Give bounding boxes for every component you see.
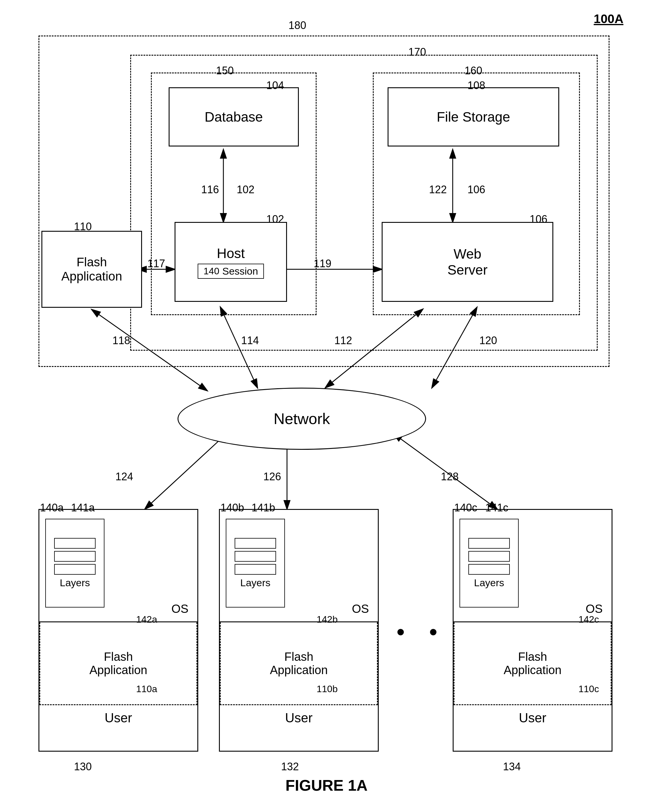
user-a-label: User xyxy=(105,710,132,725)
os-b-label: OS xyxy=(352,602,369,615)
os-c-label: OS xyxy=(586,602,603,615)
svg-line-10 xyxy=(145,438,222,509)
ref-150: 150 xyxy=(216,64,234,77)
ref-142c: 142c xyxy=(578,614,599,625)
ref-140a: 140a xyxy=(40,502,64,514)
file-storage-box: File Storage xyxy=(388,87,559,147)
ref-160: 160 xyxy=(465,64,482,77)
ref-141b: 141b xyxy=(252,502,275,514)
session-label: Session xyxy=(222,266,258,277)
ref-104: 104 xyxy=(266,79,284,92)
flash-app-c-label: FlashApplication xyxy=(503,650,561,677)
ref-117: 117 xyxy=(147,258,165,270)
ref-108: 108 xyxy=(467,79,485,92)
ref-106b: 106 xyxy=(529,213,548,226)
ref-110: 110 xyxy=(74,220,92,233)
web-server-label: WebServer xyxy=(447,246,487,278)
client-b-outer-box: Layers OS FlashApplication User xyxy=(219,509,379,752)
user-c-label: User xyxy=(519,710,546,725)
ref-102b: 102 xyxy=(266,213,284,226)
ref-132: 132 xyxy=(281,760,299,773)
ref-130: 130 xyxy=(74,760,92,773)
os-a-label: OS xyxy=(171,602,188,615)
ref-124: 124 xyxy=(115,470,133,483)
layers-b-label: Layers xyxy=(240,577,270,589)
ref-180: 180 xyxy=(288,19,306,32)
network-ellipse: Network xyxy=(177,388,426,450)
diagram-container: 100A xyxy=(0,0,653,812)
flash-app-main-box: FlashApplication xyxy=(41,231,142,308)
flash-app-main-label: FlashApplication xyxy=(61,255,122,284)
ref-170: 170 xyxy=(408,46,426,58)
session-ref: 140 xyxy=(204,266,219,277)
layers-c-label: Layers xyxy=(474,577,504,589)
ref-110a: 110a xyxy=(136,684,157,694)
ref-120: 120 xyxy=(479,334,497,347)
ref-119: 119 xyxy=(314,258,331,270)
ref-140b: 140b xyxy=(220,502,244,514)
ref-134: 134 xyxy=(503,760,521,773)
ref-122: 122 xyxy=(429,183,447,196)
flash-app-b-label: FlashApplication xyxy=(270,650,328,677)
ref-106: 106 xyxy=(467,183,485,196)
figure-caption: FIGURE 1A xyxy=(285,777,368,794)
ref-118: 118 xyxy=(113,334,130,347)
ref-110c: 110c xyxy=(578,684,599,694)
ref-142a: 142a xyxy=(136,614,157,625)
ref-112: 112 xyxy=(334,334,352,347)
ref-140c: 140c xyxy=(454,502,477,514)
ref-110b: 110b xyxy=(317,684,337,694)
figure-label: 100A xyxy=(594,12,623,26)
ref-116: 116 xyxy=(201,183,219,196)
ref-141c: 141c xyxy=(485,502,508,514)
network-label: Network xyxy=(274,410,330,427)
ref-114: 114 xyxy=(241,334,259,347)
ref-142b: 142b xyxy=(317,614,337,625)
ref-128: 128 xyxy=(441,470,459,483)
client-a-outer-box: Layers OS FlashApplication User xyxy=(38,509,198,752)
user-b-label: User xyxy=(285,710,313,725)
ref-126: 126 xyxy=(263,470,281,483)
flash-app-a-label: FlashApplication xyxy=(89,650,147,677)
client-c-outer-box: Layers OS FlashApplication User xyxy=(453,509,612,752)
host-box: Host 140 Session xyxy=(175,222,287,302)
ref-102: 102 xyxy=(237,183,255,196)
host-label: Host xyxy=(217,245,245,261)
database-box: Database xyxy=(169,87,299,147)
ref-141a: 141a xyxy=(71,502,95,514)
layers-a-label: Layers xyxy=(60,577,90,589)
web-server-box: WebServer xyxy=(382,222,553,302)
